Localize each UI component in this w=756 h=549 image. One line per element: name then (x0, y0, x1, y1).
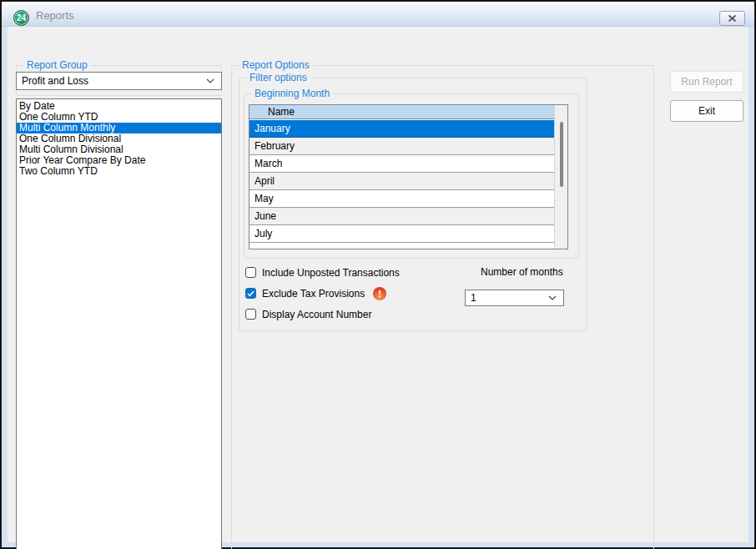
number-of-months-value: 1 (471, 292, 476, 304)
month-row[interactable]: May (249, 190, 554, 208)
filter-checkboxes: Include Unposted Transactions!Exclude Ta… (245, 267, 400, 320)
month-row[interactable]: February (249, 138, 554, 155)
reports-window: 24 Reports Report Group Profit and Loss … (0, 0, 756, 549)
report-group-dropdown[interactable]: Profit and Loss (16, 72, 222, 90)
run-report-button-label: Run Report (681, 76, 732, 88)
close-button[interactable] (719, 11, 745, 26)
month-row[interactable]: April (249, 173, 554, 190)
month-row[interactable]: June (249, 208, 554, 225)
checkbox-label[interactable]: Exclude Tax Provisions (262, 288, 365, 300)
checkbox[interactable] (245, 288, 256, 299)
number-of-months-label: Number of months (481, 266, 563, 278)
vertical-scrollbar[interactable] (554, 105, 567, 249)
month-grid-header-label: Name (268, 106, 295, 118)
beginning-month-label: Beginning Month (251, 88, 333, 99)
titlebar: 24 Reports (2, 2, 754, 27)
close-icon (728, 15, 736, 22)
month-grid-header[interactable]: Name (249, 105, 554, 119)
month-grid-rows: JanuaryFebruaryMarchAprilMayJuneJuly (249, 120, 554, 249)
number-of-months-dropdown[interactable]: 1 (465, 290, 564, 306)
filter-options-label: Filter options (246, 72, 310, 83)
chevron-down-icon (206, 78, 214, 83)
report-group-label: Report Group (23, 59, 91, 71)
checkmark-icon (247, 290, 255, 297)
app-icon: 24 (13, 10, 29, 26)
report-options-label: Report Options (239, 59, 313, 71)
checkbox-row: Exclude Tax Provisions! (245, 288, 400, 299)
exit-button[interactable]: Exit (670, 100, 743, 122)
report-type-list[interactable]: By DateOne Column YTDMulti Column Monthl… (16, 98, 222, 549)
report-type-option[interactable]: Two Column YTD (17, 166, 221, 177)
checkbox-row: Display Account Number! (245, 309, 400, 320)
chevron-down-icon (548, 295, 557, 300)
warning-icon: ! (373, 287, 386, 300)
checkbox-label[interactable]: Include Unposted Transactions (262, 267, 400, 279)
month-row[interactable]: July (249, 225, 554, 243)
window-title: Reports (36, 9, 74, 22)
report-group-dropdown-value: Profit and Loss (22, 75, 88, 87)
beginning-month-grid: Name JanuaryFebruaryMarchAprilMayJuneJul… (249, 104, 568, 249)
month-row[interactable]: March (249, 155, 554, 173)
app-icon-label: 24 (17, 13, 26, 23)
checkbox-label[interactable]: Display Account Number (262, 309, 371, 320)
checkbox-row: Include Unposted Transactions! (245, 267, 400, 278)
dialog-content: Report Group Profit and Loss By DateOne … (8, 27, 748, 542)
run-report-button[interactable]: Run Report (670, 71, 743, 93)
exit-button-label: Exit (698, 105, 715, 117)
scrollbar-thumb[interactable] (560, 122, 563, 187)
checkbox[interactable] (245, 309, 256, 320)
month-row[interactable]: January (249, 120, 554, 138)
checkbox[interactable] (245, 267, 256, 278)
